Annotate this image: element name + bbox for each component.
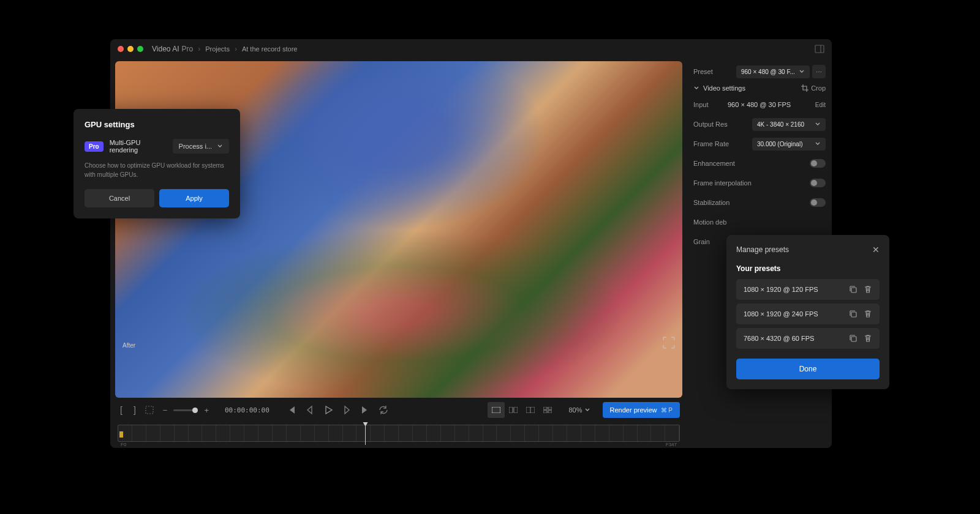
trash-icon[interactable] — [864, 285, 872, 294]
step-forward-icon[interactable] — [342, 405, 352, 415]
svg-rect-5 — [514, 407, 518, 413]
chevron-down-icon — [584, 407, 590, 413]
preset-dropdown[interactable]: 960 × 480 @ 30 F... — [736, 65, 810, 78]
crop-button[interactable]: Crop — [801, 84, 826, 92]
zoom-percent-value: 80% — [568, 406, 582, 414]
motion-row: Motion deb — [693, 215, 826, 229]
gpu-option-row: Pro Multi-GPU rendering Process i... — [85, 139, 229, 154]
crop-region-icon[interactable] — [145, 405, 154, 415]
skip-start-icon[interactable] — [287, 405, 296, 415]
interp-toggle[interactable] — [810, 179, 826, 187]
crop-icon — [801, 84, 809, 92]
apply-button[interactable]: Apply — [159, 189, 229, 207]
copy-icon[interactable] — [849, 285, 858, 294]
playhead[interactable] — [365, 423, 366, 445]
svg-rect-9 — [548, 407, 552, 409]
done-button[interactable]: Done — [736, 359, 880, 379]
titlebar-right — [815, 44, 824, 54]
video-settings-section[interactable]: Video settings Crop — [693, 84, 826, 92]
view-grid-button[interactable] — [539, 402, 556, 418]
presets-header: Manage presets ✕ — [736, 245, 880, 255]
view-split-button[interactable] — [505, 402, 522, 418]
view-single-button[interactable] — [488, 402, 505, 418]
trash-icon[interactable] — [864, 310, 872, 318]
copy-icon[interactable] — [849, 310, 858, 318]
motion-label: Motion deb — [693, 218, 726, 226]
maximize-window-icon[interactable] — [137, 46, 143, 52]
breadcrumb-sep: › — [235, 45, 237, 53]
app-name: Video AI — [152, 45, 179, 53]
gpu-mode-dropdown[interactable]: Process i... — [173, 139, 229, 154]
enhancement-toggle[interactable] — [810, 159, 826, 168]
input-value: 960 × 480 @ 30 FPS — [728, 101, 791, 108]
video-settings-label: Video settings — [703, 84, 745, 92]
presets-title: Manage presets — [736, 245, 789, 254]
close-icon[interactable]: ✕ — [872, 245, 880, 255]
zoom-in-button[interactable]: + — [202, 406, 211, 415]
input-label: Input — [693, 101, 708, 108]
svg-rect-13 — [851, 312, 856, 317]
output-label: Output Res — [693, 121, 728, 128]
preset-item-label: 1080 × 1920 @ 120 FPS — [744, 286, 818, 293]
svg-rect-10 — [543, 411, 547, 413]
gpu-modal-buttons: Cancel Apply — [85, 189, 229, 207]
mark-in-button[interactable]: [ — [118, 405, 125, 415]
zoom-slider[interactable] — [173, 409, 198, 411]
timeline-track[interactable]: F0 F347 — [118, 425, 680, 442]
gpu-settings-modal: GPU settings Pro Multi-GPU rendering Pro… — [74, 109, 240, 218]
output-row: Output Res 4K - 3840 × 2160 — [693, 117, 826, 131]
gpu-modal-title: GPU settings — [85, 120, 229, 129]
breadcrumb-projects[interactable]: Projects — [205, 45, 230, 53]
skip-end-icon[interactable] — [360, 405, 370, 415]
preset-item-actions — [849, 334, 872, 343]
panel-toggle-icon[interactable] — [815, 44, 824, 54]
preset-item[interactable]: 1080 × 1920 @ 120 FPS — [736, 279, 880, 300]
enhancement-label: Enhancement — [693, 160, 735, 167]
edit-input-link[interactable]: Edit — [815, 102, 826, 108]
preset-value: 960 × 480 @ 30 F... — [741, 69, 795, 75]
step-back-icon[interactable] — [305, 405, 315, 415]
svg-rect-2 — [146, 406, 153, 414]
svg-rect-8 — [543, 407, 547, 409]
timecode-display: 00:00:00:00 — [225, 406, 270, 414]
render-label: Render preview — [610, 406, 657, 414]
loop-icon[interactable] — [379, 405, 388, 415]
transport-controls — [287, 405, 388, 415]
cancel-button[interactable]: Cancel — [85, 189, 154, 207]
zoom-percent-dropdown[interactable]: 80% — [568, 406, 590, 414]
framerate-row: Frame Rate 30.000 (Original) — [693, 137, 826, 151]
preset-row: Preset 960 × 480 @ 30 F... ⋯ — [693, 65, 826, 78]
mark-out-button[interactable]: ] — [131, 405, 138, 415]
close-window-icon[interactable] — [118, 46, 124, 52]
play-icon[interactable] — [323, 405, 333, 415]
stab-toggle[interactable] — [810, 198, 826, 207]
chevron-down-icon — [693, 85, 699, 91]
timeline[interactable]: F0 F347 — [110, 422, 687, 448]
preset-item-label: 7680 × 4320 @ 60 FPS — [744, 335, 814, 342]
chevron-down-icon — [815, 121, 821, 127]
app-title: Video AI Pro › Projects › At the record … — [152, 45, 297, 53]
crop-label: Crop — [811, 84, 826, 92]
render-preview-button[interactable]: Render preview ⌘ P — [603, 402, 680, 418]
preset-more-button[interactable]: ⋯ — [812, 65, 826, 78]
preset-item[interactable]: 7680 × 4320 @ 60 FPS — [736, 328, 880, 349]
stab-row: Stabilization — [693, 196, 826, 209]
svg-rect-4 — [509, 407, 513, 413]
zoom-group: − + — [160, 406, 211, 415]
view-side-button[interactable] — [522, 402, 539, 418]
svg-rect-3 — [492, 407, 500, 413]
trash-icon[interactable] — [864, 334, 872, 343]
framerate-dropdown[interactable]: 30.000 (Original) — [752, 138, 826, 151]
minimize-window-icon[interactable] — [127, 46, 134, 52]
fullscreen-icon[interactable] — [663, 337, 675, 349]
manage-presets-modal: Manage presets ✕ Your presets 1080 × 192… — [726, 235, 889, 389]
svg-rect-11 — [548, 411, 552, 413]
preset-label: Preset — [693, 68, 713, 75]
preset-item[interactable]: 1080 × 1920 @ 240 FPS — [736, 304, 880, 324]
presets-subtitle: Your presets — [736, 264, 880, 273]
zoom-out-button[interactable]: − — [160, 406, 170, 415]
output-dropdown[interactable]: 4K - 3840 × 2160 — [752, 118, 826, 131]
copy-icon[interactable] — [849, 334, 858, 343]
presets-list: 1080 × 1920 @ 120 FPS 1080 × 1920 @ 240 … — [736, 279, 880, 349]
timeline-marker[interactable] — [119, 431, 123, 438]
